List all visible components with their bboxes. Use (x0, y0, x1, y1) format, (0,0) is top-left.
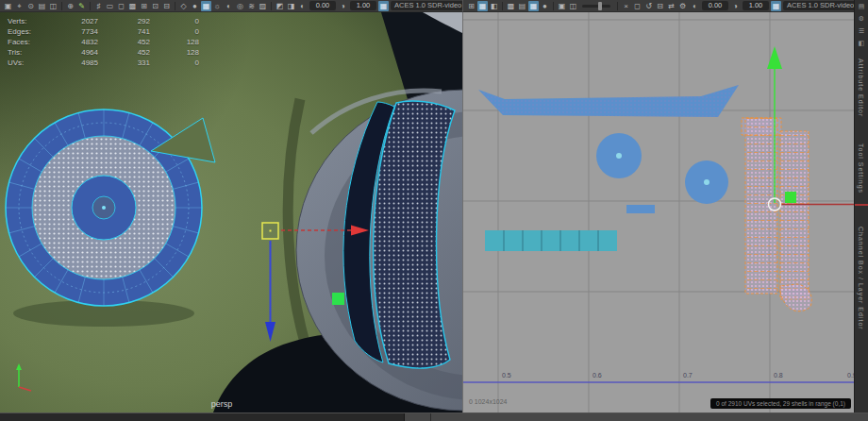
hud-selected: 741 (98, 26, 150, 37)
texture-border-highlight-icon[interactable]: ▦ (528, 1, 539, 11)
hud-component: 0 (150, 58, 199, 68)
rotate-shell-icon[interactable]: ↺ (643, 1, 654, 11)
uv-color-management-controls: ⚙ ◐ 0.00 ◑ 1.00 ▦ ACES 1.0 SDR-video (sR… (677, 1, 868, 11)
toolbar-separator (90, 2, 91, 10)
hud-component: 128 (150, 37, 199, 47)
toolbar-separator (61, 2, 62, 10)
uv-toolbar-icons-a: ⊞▦◧▩▤▦●▣◫ (466, 1, 578, 11)
hud-selected: 292 (98, 16, 150, 26)
camera-select-icon[interactable]: ⌖ (14, 1, 25, 11)
uv-shell-small-rect[interactable] (626, 205, 655, 213)
hud-component: 0 (150, 16, 199, 26)
perspective-viewport[interactable]: Verts: 2027 292 0 Edges: 7734 741 0 Face… (0, 12, 462, 413)
toolbar-separator (553, 2, 554, 10)
hud-total: 4985 (42, 58, 98, 68)
hud-label: Verts: (8, 16, 42, 26)
hud-label: UVs: (8, 58, 42, 68)
shell-border-display-icon[interactable]: ◧ (489, 1, 499, 11)
selected-shell-b[interactable] (780, 131, 811, 312)
perspective-canvas[interactable] (0, 12, 462, 413)
modeling-toolkit-icon[interactable]: ◧ (857, 39, 867, 48)
field-chart-icon[interactable]: ⊞ (139, 1, 149, 11)
hud-label: Faces: (8, 37, 42, 47)
pixel-snap-icon[interactable]: × (621, 1, 631, 11)
uv-editor-viewport[interactable]: 0.5 0.6 0.7 0.8 0.9 0 1024x1024 0 of 291… (462, 12, 854, 413)
film-gate-icon[interactable]: ▭ (105, 1, 115, 11)
anti-aliasing-icon[interactable]: ▨ (258, 1, 268, 11)
uv-toolbar-icons-b: ×◻↺⊟⇄ (621, 1, 676, 11)
align-shells-icon[interactable]: ⊟ (655, 1, 665, 11)
uv-settings-gear-icon[interactable]: ⚙ (677, 1, 688, 11)
uv-distortion-shader-icon[interactable]: ▦ (477, 1, 488, 11)
shaded-display-icon[interactable]: ● (190, 1, 200, 11)
exposure-icon[interactable]: ◐ (297, 1, 308, 11)
pan-zoom-2d-icon[interactable]: ⊕ (65, 1, 75, 11)
hud-label: Tris: (8, 47, 42, 58)
hud-total: 7734 (42, 26, 98, 37)
uv-plane-handle[interactable] (785, 192, 796, 203)
gamma-field[interactable]: 1.00 (743, 1, 769, 10)
shell-stack-icon[interactable]: ◻ (632, 1, 643, 11)
distribute-shells-icon[interactable]: ⇄ (666, 1, 676, 11)
hud-row: UVs: 4985 331 0 (8, 58, 199, 68)
safe-action-icon[interactable]: ⊡ (150, 1, 160, 11)
add-uv-grid-icon[interactable]: ⊞ (466, 1, 476, 11)
lighting-toggle-icon[interactable]: ☼ (212, 1, 223, 11)
textured-display-icon[interactable]: ▦ (201, 1, 211, 11)
grid-toggle-icon[interactable]: ♯ (93, 1, 104, 11)
isolate-select-icon[interactable]: ◩ (275, 1, 285, 11)
panel-toolbar-icons: ▣⌖⊙▤◫⊕✎♯▭◻▩⊞⊡⊟◇●▦☼◐◎≋▨◩◨ (3, 1, 296, 11)
exposure-field[interactable]: 0.00 (309, 1, 336, 10)
uv-axis-label: 0.8 (774, 372, 783, 379)
grease-pencil-icon[interactable]: ✎ (76, 1, 87, 11)
xray-display-icon[interactable]: ◨ (286, 1, 296, 11)
ambient-occlusion-icon[interactable]: ◎ (235, 1, 245, 11)
camera-label: persp (192, 399, 252, 409)
wireframe-display-icon[interactable]: ◇ (178, 1, 189, 11)
hud-row: Edges: 7734 741 0 (8, 26, 199, 37)
selected-uv-shells[interactable] (742, 118, 811, 312)
bottom-bar-right-segment[interactable] (404, 413, 868, 421)
sidebar-tab-channel-box[interactable]: Channel Box / Layer Editor (858, 227, 864, 330)
safe-title-icon[interactable]: ⊟ (161, 1, 172, 11)
filtered-image-icon[interactable]: ◫ (568, 1, 578, 11)
camera-bookmark-icon[interactable]: ▤ (37, 1, 47, 11)
gamma-field[interactable]: 1.00 (350, 1, 376, 10)
color-management-icon[interactable]: ▦ (378, 1, 389, 11)
uv-axis-label: 0.7 (683, 372, 693, 379)
gamma-icon[interactable]: ◑ (730, 1, 741, 11)
attribute-editor-icon[interactable]: ▤ (857, 2, 867, 11)
exposure-icon[interactable]: ◐ (690, 1, 700, 11)
dim-image-icon[interactable]: ● (540, 1, 550, 11)
poly-count-hud: Verts: 2027 292 0 Edges: 7734 741 0 Face… (8, 16, 199, 68)
gate-mask-icon[interactable]: ▩ (127, 1, 138, 11)
bottom-splitter-bar[interactable] (0, 413, 868, 421)
hud-selected: 452 (98, 47, 150, 58)
camera-lock-icon[interactable]: ⊙ (25, 1, 36, 11)
image-plane-icon[interactable]: ◫ (48, 1, 58, 11)
tool-settings-icon[interactable]: ⚙ (857, 14, 867, 24)
toolbar-separator (175, 2, 175, 10)
resolution-gate-icon[interactable]: ◻ (116, 1, 126, 11)
uv-shell-strip[interactable] (485, 230, 617, 251)
channel-box-icon[interactable]: ☰ (857, 26, 867, 36)
shadows-toggle-icon[interactable]: ◐ (224, 1, 234, 11)
sidebar-tab-tool-settings[interactable]: Tool Settings (858, 143, 864, 194)
sidebar-tab-attribute-editor[interactable]: Attribute Editor (858, 59, 864, 117)
checker-map-icon[interactable]: ▩ (506, 1, 516, 11)
color-management-icon[interactable]: ▦ (771, 1, 781, 11)
gamma-icon[interactable]: ◑ (338, 1, 348, 11)
hud-selected: 331 (98, 58, 150, 68)
image-dim-slider[interactable] (582, 5, 610, 8)
uv-axis-label: 0.9 (847, 372, 854, 379)
motion-blur-icon[interactable]: ≋ (246, 1, 257, 11)
hud-label: Edges: (8, 26, 42, 37)
pattern-tile-icon[interactable]: ▤ (517, 1, 527, 11)
image-display-icon[interactable]: ▣ (557, 1, 567, 11)
selected-face-handle[interactable] (332, 293, 344, 305)
hud-total: 4832 (42, 37, 98, 47)
uv-canvas[interactable] (463, 12, 854, 413)
slider-handle[interactable] (598, 2, 602, 10)
view-cube-icon[interactable]: ▣ (3, 1, 13, 11)
exposure-field[interactable]: 0.00 (702, 1, 728, 10)
